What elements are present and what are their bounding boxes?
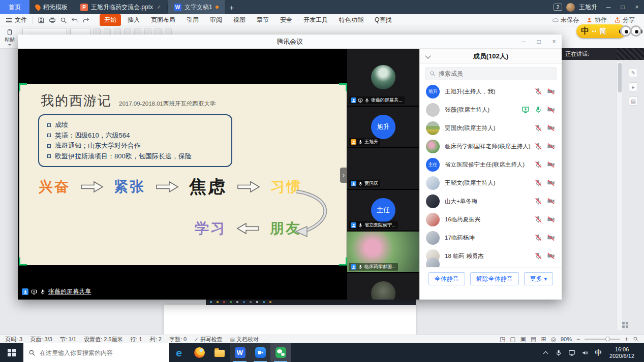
- mic-muted-icon[interactable]: [534, 87, 542, 95]
- meeting-title-bar[interactable]: 腾讯会议 ─ □ ×: [18, 35, 562, 49]
- volume-icon[interactable]: [579, 343, 591, 362]
- status-item[interactable]: 页面: 3/3: [30, 336, 52, 343]
- video-tile[interactable]: [347, 273, 419, 300]
- file-menu[interactable]: 文件: [4, 16, 29, 24]
- video-tile[interactable]: 张薇的屏幕共...: [347, 49, 419, 106]
- status-item[interactable]: ✓拼写检查: [194, 336, 222, 343]
- panel-tool-icon[interactable]: ▤: [629, 96, 638, 106]
- camera-off-icon[interactable]: [547, 106, 555, 114]
- status-item[interactable]: ▤文档校对: [230, 336, 259, 343]
- view-mode-icon[interactable]: ▤: [531, 336, 536, 343]
- maximize-button[interactable]: □: [616, 0, 630, 14]
- mic-muted-icon[interactable]: [534, 252, 542, 260]
- zoom-level[interactable]: 90%: [561, 336, 572, 342]
- scrollbar-thumb[interactable]: [618, 63, 622, 92]
- member-row[interactable]: 山大+单冬梅: [420, 192, 562, 210]
- camera-off-icon[interactable]: [547, 197, 555, 205]
- pen-tool-icon[interactable]: ✎: [629, 68, 638, 77]
- member-row[interactable]: 18 临药 赖勇杰: [420, 247, 562, 265]
- camera-off-icon[interactable]: [547, 234, 555, 242]
- mic-muted-icon[interactable]: [534, 234, 542, 242]
- view-mode-icon[interactable]: ◳: [500, 336, 505, 343]
- new-tab-button[interactable]: +: [225, 0, 239, 14]
- hidden-icons-chevron[interactable]: [539, 343, 551, 362]
- ime-simplified-label[interactable]: 简: [599, 27, 606, 36]
- view-mode-icon[interactable]: ⊞: [541, 336, 546, 343]
- video-tile[interactable]: 旭升 王旭升: [347, 107, 419, 147]
- mic-on-icon[interactable]: [534, 106, 542, 114]
- tray-mic-icon[interactable]: [553, 343, 565, 362]
- view-mode-icon[interactable]: ▢: [510, 336, 515, 343]
- tab-ppt-document[interactable]: P 王旭升临药交流会.pptx: [74, 0, 167, 14]
- taskbar-wechat-button[interactable]: [270, 343, 291, 362]
- member-action-button[interactable]: 全体静音: [428, 272, 465, 285]
- video-tile[interactable]: 主任 省立医院侯宁...: [347, 190, 419, 231]
- ime-chinese-mode-label[interactable]: 中: [581, 26, 589, 37]
- camera-off-icon[interactable]: [547, 179, 555, 187]
- member-action-button[interactable]: 解除全体静音: [470, 272, 519, 285]
- view-mode-icon[interactable]: ◎: [550, 336, 556, 343]
- start-button[interactable]: [0, 343, 23, 362]
- taskbar-wps-button[interactable]: W: [230, 343, 250, 362]
- menu-tab[interactable]: 特色功能: [334, 14, 368, 26]
- screen-sharing-icon[interactable]: [522, 106, 530, 114]
- camera-off-icon[interactable]: [547, 215, 555, 223]
- paste-button[interactable]: 粘贴: [2, 28, 17, 48]
- mic-muted-icon[interactable]: [534, 215, 542, 223]
- member-action-button[interactable]: 更多 ▾: [524, 272, 553, 285]
- print-preview-icon[interactable]: [60, 17, 67, 24]
- menu-tab[interactable]: 审阅: [205, 14, 227, 26]
- undo-icon[interactable]: [71, 17, 78, 24]
- redo-icon[interactable]: [82, 17, 89, 24]
- speaking-indicator-bar[interactable]: 正在讲话:: [562, 48, 644, 60]
- member-row[interactable]: 主任 省立医院侯宁主任(联席主持人): [420, 155, 562, 174]
- menu-tab[interactable]: 页面布局: [146, 14, 180, 26]
- taskbar-search-box[interactable]: [23, 343, 169, 362]
- tab-text-document[interactable]: W 文字文稿1: [168, 0, 225, 14]
- member-row[interactable]: 16临药夏振兴: [420, 210, 562, 228]
- screen-share-area[interactable]: 我的西游记 2017.09-2018.01西班牙瓦伦西亚大学 成绩英语：四级61…: [18, 49, 347, 300]
- user-name[interactable]: 王旭升: [579, 3, 597, 12]
- message-count-badge[interactable]: 2: [554, 4, 562, 11]
- menu-tab[interactable]: Q查找: [370, 14, 396, 26]
- menu-tab[interactable]: 安全: [275, 14, 297, 26]
- taskbar-search-input[interactable]: [40, 349, 164, 356]
- member-row[interactable]: 旭升 王旭升(主持人，我): [420, 82, 562, 101]
- tab-docer[interactable]: 稻壳模板: [29, 0, 74, 14]
- status-item[interactable]: 字数: 0: [169, 336, 187, 343]
- taskbar-firefox-button[interactable]: [189, 343, 209, 362]
- chevron-down-icon[interactable]: [425, 53, 431, 58]
- save-icon[interactable]: [38, 17, 45, 24]
- select-tool-icon[interactable]: ▸: [629, 82, 638, 91]
- menu-tab[interactable]: 开发工具: [299, 14, 332, 26]
- status-item[interactable]: 列: 2: [150, 336, 162, 343]
- member-row[interactable]: 张薇(联席主持人): [420, 101, 562, 119]
- member-search-box[interactable]: [425, 67, 557, 80]
- member-row[interactable]: 王晓文(联席主持人): [420, 174, 562, 192]
- menu-tab[interactable]: 视图: [229, 14, 250, 26]
- mic-muted-icon[interactable]: [534, 160, 542, 169]
- document-page[interactable]: [164, 305, 416, 335]
- member-search-input[interactable]: [439, 70, 552, 77]
- member-row[interactable]: 17临药杨坤: [420, 228, 562, 247]
- user-avatar[interactable]: [566, 3, 575, 12]
- print-icon[interactable]: [49, 17, 56, 24]
- zoom-in-button[interactable]: +: [625, 336, 628, 343]
- mic-muted-icon[interactable]: [534, 142, 542, 150]
- meeting-minimize-button[interactable]: ─: [516, 35, 531, 48]
- close-button[interactable]: ×: [630, 0, 644, 14]
- menu-tab[interactable]: 开始: [100, 14, 121, 26]
- camera-off-icon[interactable]: [547, 87, 555, 95]
- app-grid-icon[interactable]: [622, 322, 628, 328]
- collapse-videos-handle[interactable]: ›: [340, 168, 347, 183]
- ime-status-widget[interactable]: 中 简: [576, 23, 642, 40]
- taskbar-edge-button[interactable]: e: [169, 343, 189, 362]
- camera-off-icon[interactable]: [547, 142, 555, 150]
- tab-home[interactable]: 首页: [0, 0, 29, 14]
- mic-muted-icon[interactable]: [534, 124, 542, 132]
- taskbar-explorer-button[interactable]: [209, 343, 230, 362]
- video-tile[interactable]: 临床药学郝国...: [347, 232, 419, 272]
- camera-off-icon[interactable]: [547, 124, 555, 132]
- status-item[interactable]: 节: 1/1: [60, 336, 76, 343]
- mic-muted-icon[interactable]: [534, 197, 542, 205]
